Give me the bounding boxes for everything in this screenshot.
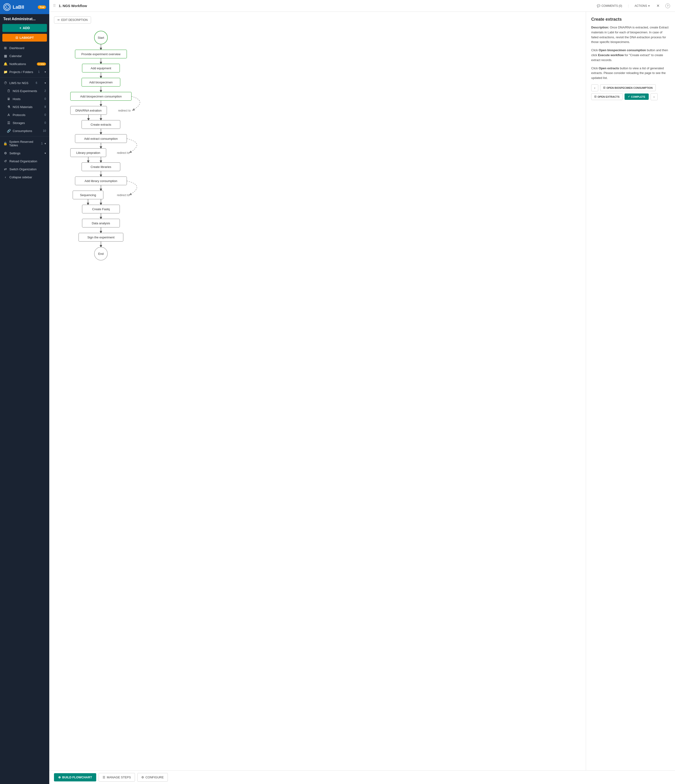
materials-count: 8 [44,105,46,109]
sidebar-item-label: Dashboard [9,46,25,50]
drag-handle-icon: ⠿ [53,3,56,8]
bottombar: ⊕ BUILD FLOWCHART ☰ MANAGE STEPS ⚙ CONFI… [49,770,675,784]
svg-text:Add biospecimen consumption: Add biospecimen consumption [80,95,121,98]
open-extracts-label: OPEN EXTRACTS [597,95,620,98]
sidebar-item-label: Collapse sidebar [9,176,32,179]
manage-steps-button[interactable]: ☰ MANAGE STEPS [99,773,135,782]
info-description-2: Click Open biospecimen consumption butto… [591,48,670,62]
svg-text:Sign the experiment: Sign the experiment [87,236,115,239]
svg-text:End: End [98,252,104,255]
info-title: Create extracts [591,17,670,22]
manage-label: MANAGE STEPS [107,776,131,779]
redirect2-label: redirect to [117,151,130,154]
flowchart-diagram: Start Provide experiment overview Add eq… [54,28,171,317]
sidebar-item-projects[interactable]: 📁 Projects / Folders 1 ▾ [0,68,49,76]
labiigpt-label: LABIIGPT [20,36,34,39]
flowchart-svg: Start Provide experiment overview Add eq… [54,28,171,310]
sidebar-item-label: System Reserved Tables [9,140,39,147]
svg-text:Create extracts: Create extracts [91,123,112,126]
para3-p1: Click [591,67,599,70]
sidebar-item-ngs-experiments[interactable]: 🗒 NGS Experiments 2 [0,87,49,95]
storages-count: 0 [44,121,46,124]
sidebar-item-label: Notifications [9,62,26,66]
svg-text:Provide experiment overview: Provide experiment overview [81,52,121,56]
labiigpt-button[interactable]: ⊡ LABIIGPT [2,34,47,42]
close-button[interactable]: ✕ [654,2,661,9]
sidebar-item-protocols[interactable]: A Protocols 0 [0,111,49,119]
sidebar-item-lims[interactable]: ⏱ LIMS for NGS 6 ▾ [0,79,49,87]
comments-button[interactable]: 💬 COMMENTS (0) [595,3,624,9]
svg-text:Create Fastq: Create Fastq [92,207,110,211]
check-icon: ✓ [628,95,630,98]
add-label: ADD [23,26,30,30]
open-biospc-label: OPEN BIOSPECIMEN CONSUMPTION [607,86,653,89]
configure-label: CONFIGURE [146,776,164,779]
build-flowchart-button[interactable]: ⊕ BUILD FLOWCHART [54,773,96,781]
sidebar-item-dashboard[interactable]: ⊞ Dashboard [0,44,49,52]
redirect-arrow-1 [132,96,140,110]
close-icon: ✕ [656,3,659,8]
chevron-down-icon: ▾ [648,4,650,8]
svg-text:Sequencing: Sequencing [80,193,96,197]
prev-button[interactable]: ‹ [591,84,598,91]
host-icon: 🖥 [6,97,11,101]
svg-text:Add equipment: Add equipment [91,67,111,70]
open-biospecimen-consumption-button[interactable]: ⊡ OPEN BIOSPECIMEN CONSUMPTION [600,84,656,91]
lims-count: 6 [36,81,37,84]
sidebar-item-collapse[interactable]: ‹ Collapse sidebar [0,173,49,181]
help-button[interactable]: ? [664,2,671,9]
info-panel: Create extracts Description: Once DNA/RN… [586,12,675,770]
svg-text:Data analysis: Data analysis [92,221,110,225]
svg-text:Add extract consumption: Add extract consumption [84,137,118,140]
chevron-down-icon: ▾ [45,142,46,145]
add-button[interactable]: + ADD [2,24,47,32]
bell-icon: 🔔 [3,62,8,66]
info-description-3: Click Open extracts button to view a lis… [591,66,670,81]
protocols-count: 0 [44,113,46,117]
switch-icon: ⇄ [3,167,8,171]
trial-badge: Trial [38,5,46,9]
sidebar-item-label: LIMS for NGS [9,81,28,85]
system-count: 1 [41,142,43,145]
storages-icon: ☰ [6,121,11,125]
sidebar-item-label: Projects / Folders [9,70,33,74]
sidebar-item-label: Calendar [9,54,22,58]
svg-text:Create libraries: Create libraries [91,165,112,169]
lims-icon: ⏱ [3,81,8,85]
projects-count: 1 [38,70,40,73]
sidebar-item-consumptions[interactable]: 🔗 Consumptions 10 [0,127,49,135]
redirect1-label: redirect to [118,109,131,112]
sidebar-item-calendar[interactable]: ▦ Calendar [0,52,49,60]
sidebar-item-ngs-materials[interactable]: ⚗ NGS Materials 8 [0,103,49,111]
info-description-1: Description: Once DNA/RNA is extracted, … [591,25,670,45]
experiments-icon: 🗒 [6,89,11,93]
calendar-icon: ▦ [3,54,8,58]
ngs-count: 2 [44,89,46,93]
actions-button[interactable]: ACTIONS ▾ [633,3,652,9]
sidebar-item-notifications[interactable]: 🔔 Notifications 1 new [0,60,49,68]
sidebar-item-system-tables[interactable]: 🔒 System Reserved Tables 1 ▾ [0,138,49,149]
reload-icon: ↺ [3,159,8,163]
build-icon: ⊕ [58,776,61,779]
consumptions-icon: 🔗 [6,129,11,133]
sidebar-item-settings[interactable]: ⚙ Settings ▾ [0,149,49,157]
complete-button[interactable]: ✓ COMPLETE [625,93,649,100]
flowchart-area: ✏ EDIT DESCRIPTION Start Provide experim… [49,12,586,770]
sidebar-item-reload[interactable]: ↺ Reload Organization [0,157,49,165]
sidebar-item-storages[interactable]: ☰ Storages 0 [0,119,49,127]
sidebar-item-label: Switch Organization [9,168,37,171]
pencil-icon: ✏ [57,18,60,22]
svg-text:Library prepration: Library prepration [76,151,100,154]
sidebar-item-switch-org[interactable]: ⇄ Switch Organization [0,165,49,173]
configure-button[interactable]: ⚙ CONFIGURE [137,773,168,782]
sidebar-item-label: Protocols [13,113,25,117]
main-content: ⠿ 1. NGS Workflow 💬 COMMENTS (0) ⋮ ACTIO… [49,0,675,784]
org-title: Test Administrat... [0,14,49,23]
next-button[interactable]: › [650,93,658,100]
sidebar-item-label: Reload Organization [9,159,37,163]
sidebar-item-hosts[interactable]: 🖥 Hosts 0 [0,95,49,103]
edit-description-button[interactable]: ✏ EDIT DESCRIPTION [54,16,91,23]
open-extracts-button[interactable]: ⊡ OPEN EXTRACTS [591,93,623,100]
redirect-arrow-3 [127,181,137,195]
page-title: 1. NGS Workflow [59,4,592,8]
